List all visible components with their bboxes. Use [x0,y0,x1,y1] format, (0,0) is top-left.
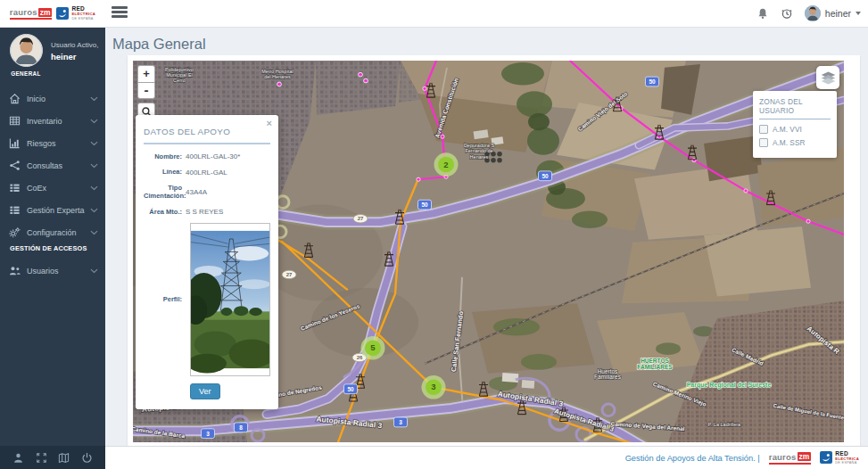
person-icon[interactable] [12,452,24,464]
svg-text:3: 3 [399,419,402,425]
svg-text:5: 5 [370,342,375,352]
svg-text:26: 26 [357,355,363,360]
field-label: Tipo Cimentación: [144,184,182,201]
chevron-down-icon [856,12,861,15]
bell-icon[interactable] [756,7,769,20]
popup-field: Tipo Cimentación:43A4A [144,184,270,201]
field-label: Línea: [144,168,182,176]
zm-logo-badge: zm [38,8,53,17]
place-label: P. La Ladrillera [708,422,741,427]
perfil-label: Perfil: [144,295,182,303]
svg-text:50: 50 [421,202,428,208]
sidebar-item-usuarios[interactable]: Usuarios [0,259,105,282]
sidebar-item-configuraci-n[interactable]: Configuración [0,221,105,243]
sidebar-item-inicio[interactable]: Inicio [0,87,105,110]
sidebar-subitem-gesti-n-de-accesos[interactable]: GESTIÓN DE ACCESOS [0,243,105,259]
sidebar-item-label: Configuración [27,228,90,237]
place-label: Fernando de [465,148,492,153]
sidebar-item-riesgos[interactable]: Riesgos [0,132,105,154]
popup-field: Nombre:400LRL-GAL-30* [144,152,270,160]
place-label: Familiares [594,374,621,381]
avatar [10,34,43,67]
place-label: Huertos [598,368,618,374]
username-label: heiner [825,8,851,19]
application-window: rauros zm RED ELÉCTRICA DE ESPAÑA [0,0,868,469]
svg-text:2: 2 [443,160,448,169]
svg-text:50: 50 [347,386,354,392]
map-icon[interactable] [58,452,70,464]
rauros-logo-text: rauros [769,452,797,462]
place-label: Polideportivo [165,67,194,72]
place-label: Depuradora S [464,143,495,148]
zoom-out-button[interactable]: - [137,82,155,99]
ree-sub2: DE ESPAÑA [71,17,95,21]
svg-text:27: 27 [358,216,364,221]
sidebar-item-coex[interactable]: CoEx [0,177,105,199]
ree-logo-footer: RED ELÉCTRICA DE ESPAÑA [820,451,859,465]
place-label: Metro Hospital [261,69,293,74]
avatar [805,5,821,21]
power-icon[interactable] [81,452,93,464]
field-value: 400LRL-GAL-30* [186,152,240,160]
layers-icon [821,71,836,85]
brand-area: rauros zm RED ELÉCTRICA DE ESPAÑA [0,0,105,27]
popup-header: DATOS DEL APOYO [144,115,270,144]
cluster-marker-2[interactable]: 2 [434,152,459,176]
zone-option: A.M. SSR [759,138,831,147]
poi-dot [364,78,368,83]
alarm-clock-icon[interactable] [781,7,793,20]
chevron-down-icon [90,185,98,191]
place-label: Cerro [173,78,186,84]
users-icon [9,265,21,276]
place-label: del Henares [264,74,291,79]
place-label: Municipal El [166,72,193,78]
footer-text: Gestión de Apoyos de Alta Tensión. | [625,454,760,463]
cluster-marker-5[interactable]: 5 [361,336,385,359]
sidebar-item-gesti-n-experta[interactable]: Gestión Experta [0,199,105,221]
layers-button[interactable] [816,66,839,89]
expand-icon[interactable] [36,452,47,464]
chevron-down-icon [90,96,98,102]
place-label: Henares [470,154,489,160]
power-line-node [417,177,420,181]
zoom-in-button[interactable]: + [137,65,155,82]
page-footer: Gestión de Apoyos de Alta Tensión. | rau… [105,446,868,469]
close-icon[interactable]: × [267,118,272,128]
ree-sub2: DE ESPAÑA [835,461,859,465]
checkbox[interactable] [759,125,768,134]
rauroszm-logo: rauros zm [10,7,53,20]
field-value: 400LRL-GAL [186,169,227,177]
ver-button[interactable]: Ver [190,383,220,399]
cluster-marker-3[interactable]: 3 [422,375,446,399]
map-card: 50505050338272726Autopista Radial 3Autop… [128,55,860,458]
user-menu[interactable]: heiner [805,5,861,21]
share-icon [9,160,21,171]
rauros-logo-text: rauros [10,7,37,17]
zone-option: A.M. VVI [759,125,831,134]
apoyo-photo [190,223,270,376]
map-canvas[interactable]: 50505050338272726Autopista Radial 3Autop… [133,61,844,442]
sidebar-user-panel: GENERAL Usuario Activo, heiner [0,27,105,80]
user-name: heiner [51,52,98,62]
zones-options: A.M. VVIA.M. SSR [753,119,837,158]
checkbox[interactable] [759,138,768,147]
poi-dot [277,82,282,86]
zonas-del-usuario-panel: ZONAS DEL USUARIO A.M. VVIA.M. SSR [753,91,837,158]
rauros-logo-bar [769,463,812,465]
field-label: Nombre: [144,152,182,160]
sidebar-item-inventario[interactable]: Inventario [0,110,105,132]
popup-field: Línea:400LRL-GAL [144,168,270,176]
list-icon [9,204,21,216]
power-line-node [423,86,426,90]
sidebar-item-label: CoEx [27,184,90,193]
sidebar-item-consultas[interactable]: Consultas [0,154,105,177]
power-line-node [806,219,810,223]
sidebar-toggle-button[interactable] [112,6,128,21]
top-navbar: rauros zm RED ELÉCTRICA DE ESPAÑA [0,0,868,28]
table-icon [9,115,21,127]
page-title: Mapa General [112,36,206,53]
place-label: HUERTOS [641,358,669,364]
field-value: S S REYES [186,208,223,216]
sidebar-item-label: Inicio [27,95,90,103]
chevron-down-icon [90,208,98,213]
